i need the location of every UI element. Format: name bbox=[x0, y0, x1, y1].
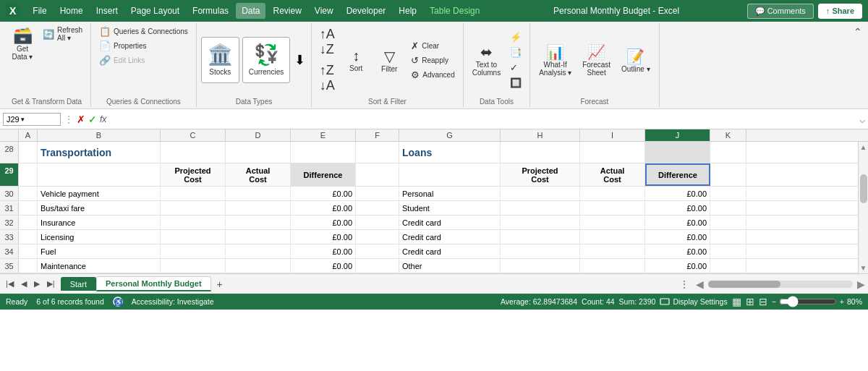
scroll-thumb[interactable] bbox=[860, 174, 867, 203]
cell-F29[interactable] bbox=[356, 163, 399, 186]
cell-I29[interactable]: ActualCost bbox=[580, 163, 645, 186]
cell-A29[interactable] bbox=[19, 163, 38, 186]
cell-J28[interactable] bbox=[645, 142, 710, 163]
edit-links-button[interactable]: 🔗 Edit Links bbox=[95, 54, 148, 67]
cell-C31[interactable] bbox=[161, 201, 226, 216]
add-sheet-button[interactable]: + bbox=[211, 277, 229, 291]
cell-B34[interactable]: Fuel bbox=[38, 244, 161, 259]
cell-D30[interactable] bbox=[226, 187, 291, 201]
col-header-A[interactable]: A bbox=[19, 129, 38, 141]
queries-connections-button[interactable]: 📋 Queries & Connections bbox=[95, 25, 192, 38]
cell-D31[interactable] bbox=[226, 201, 291, 216]
cell-I30[interactable] bbox=[580, 187, 645, 201]
remove-duplicates-button[interactable]: 📑 bbox=[506, 46, 525, 59]
advanced-button[interactable]: ⚙ Advanced bbox=[407, 68, 458, 82]
refresh-all-button[interactable]: 🔄 RefreshAll ▾ bbox=[39, 25, 86, 43]
cell-A31[interactable] bbox=[19, 201, 38, 216]
cell-G33[interactable]: Credit card bbox=[399, 230, 501, 244]
cell-C33[interactable] bbox=[161, 230, 226, 244]
cell-E29[interactable]: Difference bbox=[291, 163, 356, 186]
cell-H30[interactable] bbox=[501, 187, 580, 201]
menu-data[interactable]: Data bbox=[236, 3, 265, 19]
cell-I35[interactable] bbox=[580, 259, 645, 273]
comments-button[interactable]: 💬 Comments bbox=[747, 4, 814, 19]
tab-first-btn[interactable]: |◀ bbox=[3, 278, 17, 290]
cell-A28[interactable] bbox=[19, 142, 38, 163]
normal-view-btn[interactable]: ▦ bbox=[732, 296, 741, 307]
clear-button[interactable]: ✗ Clear bbox=[407, 39, 458, 53]
col-header-J[interactable]: J bbox=[645, 129, 710, 141]
cell-J35[interactable]: £0.00 bbox=[645, 259, 710, 273]
page-break-view-btn[interactable]: ⊟ bbox=[759, 296, 767, 307]
cell-H32[interactable] bbox=[501, 216, 580, 230]
menu-insert[interactable]: Insert bbox=[90, 3, 124, 19]
cell-C34[interactable] bbox=[161, 244, 226, 259]
cell-H31[interactable] bbox=[501, 201, 580, 216]
cell-H35[interactable] bbox=[501, 259, 580, 273]
cell-B32[interactable]: Insurance bbox=[38, 216, 161, 230]
tab-next-btn[interactable]: ▶ bbox=[31, 278, 43, 290]
cell-B31[interactable]: Bus/taxi fare bbox=[38, 201, 161, 216]
menu-home[interactable]: Home bbox=[54, 3, 89, 19]
cell-I31[interactable] bbox=[580, 201, 645, 216]
properties-button[interactable]: 📄 Properties bbox=[95, 39, 150, 53]
confirm-formula-button[interactable]: ✓ bbox=[88, 114, 97, 125]
sort-az-button[interactable]: ↑A↓Z bbox=[316, 25, 338, 59]
col-header-K[interactable]: K bbox=[710, 129, 746, 141]
scroll-up-btn[interactable]: ▲ bbox=[859, 142, 868, 153]
cell-B30[interactable]: Vehicle payment bbox=[38, 187, 161, 201]
cell-K32[interactable] bbox=[710, 216, 746, 230]
vertical-scrollbar[interactable]: ▲ ▼ bbox=[858, 142, 868, 273]
forecast-sheet-button[interactable]: 📈 ForecastSheet bbox=[578, 40, 615, 80]
scroll-left-btn[interactable]: ◀ bbox=[696, 278, 704, 290]
cell-K28[interactable] bbox=[710, 142, 746, 163]
cell-G32[interactable]: Credit card bbox=[399, 216, 501, 230]
cell-E30[interactable]: £0.00 bbox=[291, 187, 356, 201]
cell-D29[interactable]: ActualCost bbox=[226, 163, 291, 186]
cell-K34[interactable] bbox=[710, 244, 746, 259]
cell-F34[interactable] bbox=[356, 244, 399, 259]
outline-button[interactable]: 📝 Outline ▾ bbox=[617, 45, 654, 76]
menu-file[interactable]: File bbox=[27, 3, 52, 19]
cell-B33[interactable]: Licensing bbox=[38, 230, 161, 244]
tab-last-btn[interactable]: ▶| bbox=[44, 278, 58, 290]
zoom-slider[interactable] bbox=[779, 296, 837, 307]
cell-I32[interactable] bbox=[580, 216, 645, 230]
cell-E33[interactable]: £0.00 bbox=[291, 230, 356, 244]
cell-F32[interactable] bbox=[356, 216, 399, 230]
menu-formulas[interactable]: Formulas bbox=[187, 3, 234, 19]
cell-C29[interactable]: ProjectedCost bbox=[161, 163, 226, 186]
cell-G31[interactable]: Student bbox=[399, 201, 501, 216]
cell-F35[interactable] bbox=[356, 259, 399, 273]
cell-K30[interactable] bbox=[710, 187, 746, 201]
cell-H28[interactable] bbox=[501, 142, 580, 163]
cell-H34[interactable] bbox=[501, 244, 580, 259]
cell-reference-box[interactable]: J29 ▾ bbox=[3, 113, 61, 126]
formula-input[interactable] bbox=[109, 113, 856, 126]
cell-C30[interactable] bbox=[161, 187, 226, 201]
cell-A34[interactable] bbox=[19, 244, 38, 259]
cell-H29[interactable]: ProjectedCost bbox=[501, 163, 580, 186]
cell-A32[interactable] bbox=[19, 216, 38, 230]
cell-E35[interactable]: £0.00 bbox=[291, 259, 356, 273]
cell-G35[interactable]: Other bbox=[399, 259, 501, 273]
cell-A35[interactable] bbox=[19, 259, 38, 273]
cell-B29[interactable] bbox=[38, 163, 161, 186]
cell-ref-dropdown[interactable]: ▾ bbox=[21, 116, 25, 123]
data-validation-button[interactable]: ✓ bbox=[506, 61, 525, 74]
what-if-analysis-button[interactable]: 📊 What-IfAnalysis ▾ bbox=[535, 40, 576, 80]
cell-K31[interactable] bbox=[710, 201, 746, 216]
cell-C35[interactable] bbox=[161, 259, 226, 273]
cell-B35[interactable]: Maintenance bbox=[38, 259, 161, 273]
currencies-button[interactable]: 💱 Currencies bbox=[242, 37, 290, 83]
scroll-right-btn[interactable]: ▶ bbox=[857, 278, 865, 290]
expand-formula-icon[interactable]: ⋮ bbox=[64, 114, 74, 125]
cell-C32[interactable] bbox=[161, 216, 226, 230]
tab-start[interactable]: Start bbox=[61, 277, 96, 291]
cell-I34[interactable] bbox=[580, 244, 645, 259]
cell-I28[interactable] bbox=[580, 142, 645, 163]
zoom-out-btn[interactable]: − bbox=[772, 297, 776, 306]
cell-B28[interactable]: Transportation bbox=[38, 142, 161, 163]
tab-prev-btn[interactable]: ◀ bbox=[18, 278, 30, 290]
cell-F28[interactable] bbox=[356, 142, 399, 163]
